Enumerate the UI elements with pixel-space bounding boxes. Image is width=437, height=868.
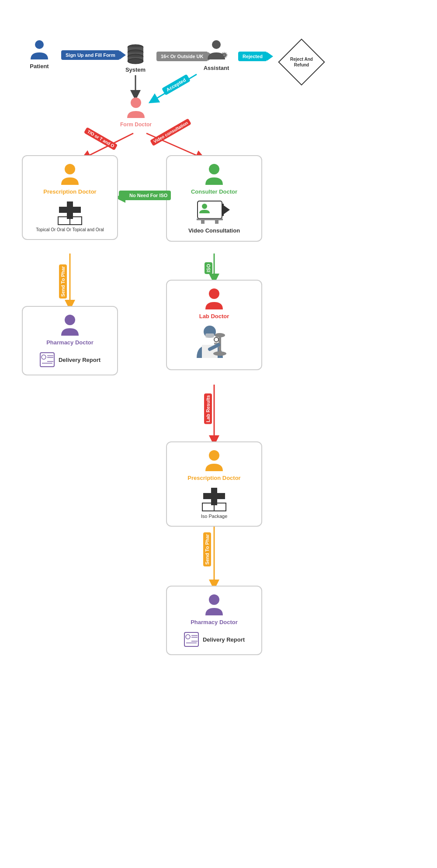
svg-point-28 [131,97,141,108]
patient-label: Patient [30,63,49,69]
svg-rect-31 [59,207,81,213]
rejected-label: Rejected [238,52,267,61]
svg-point-57 [214,337,218,342]
pharmacy-doctor-box-1: Pharmacy Doctor Delivery Report [22,306,118,375]
svg-line-11 [146,133,201,157]
prescription-rx-icon [55,199,85,226]
form-doctor-node: Form Doctor [116,97,156,128]
svg-point-36 [202,204,207,209]
assistant-node: Assistant [199,39,234,71]
prescription-doctor-label-2: Prescription Doctor [187,475,240,481]
assistant-icon-wrapper [206,39,227,63]
no-need-arrowhead-left [122,192,128,199]
reject-diamond: Reject And Refund [278,38,325,85]
system-node: System [118,44,153,73]
rejected-arrow: Rejected [238,52,273,61]
delivery-report-icon-2 [184,632,199,647]
send-to-phar-2-label: Send To Phar [203,532,211,566]
lab-scientist-icon [188,323,240,362]
svg-arrows [0,0,437,868]
pharmacy-doctor-icon-1 [59,314,81,337]
svg-point-29 [65,164,75,174]
patient-icon [29,39,50,61]
svg-point-66 [186,635,190,639]
tio-label: T/O or T and O [84,127,118,151]
svg-rect-37 [197,219,223,220]
prescription-doctor-box-1: Prescription Doctor Topical Or Oral Or T… [22,155,118,240]
svg-point-25 [128,59,143,64]
rejected-arrowhead [267,52,273,61]
delivery-report-row-1: Delivery Report [39,352,101,368]
svg-point-64 [209,594,219,605]
svg-rect-51 [205,333,214,338]
svg-point-49 [209,288,219,299]
topical-oral-label: Topical Or Oral Or Topical and Oral [36,227,104,232]
patient-node: Patient [20,39,59,69]
reject-label: Reject And Refund [286,56,317,68]
delivery-report-icon-1 [39,352,55,368]
svg-rect-43 [40,353,54,367]
no-need-iso-label: No Need For ISO [119,191,171,200]
svg-rect-35 [198,201,222,219]
system-label: System [125,66,146,73]
svg-point-54 [215,333,225,337]
form-doctor-label: Form Doctor [120,122,152,128]
pharmacy-doctor-box-2: Pharmacy Doctor Delivery Report [166,586,262,655]
svg-marker-40 [224,205,230,214]
delivery-report-label-1: Delivery Report [59,357,101,363]
pharmacy-doctor-icon-2 [203,594,225,617]
signup-label: Sign Up and Fill Form [61,50,120,60]
svg-rect-39 [215,220,218,224]
video-consult-arrow-label: Video consultation [150,118,191,146]
svg-rect-38 [201,220,205,224]
prescription-doctor-icon-2 [203,449,225,473]
diagram-container: Patient Sign Up and Fill Form System 16<… [0,0,437,868]
video-consult-icon [197,199,232,226]
prescription-doctor-icon-1 [59,163,81,187]
pharmacy-doctor-label-2: Pharmacy Doctor [191,619,238,625]
svg-point-55 [213,351,226,356]
lab-results-label: Lab Results [204,393,212,424]
gear-icon [220,51,229,59]
iso-label: ISO [205,262,212,274]
consulter-doctor-box: Consulter Doctor Video Consultation [166,155,262,242]
signup-arrow: Sign Up and Fill Form [61,50,126,60]
svg-point-18 [35,40,44,49]
svg-rect-65 [184,632,198,646]
system-icon [126,44,145,65]
prescription-doctor-box-2: Prescription Doctor Iso Package [166,441,262,527]
delivery-report-row-2: Delivery Report [184,632,245,647]
pharmacy-doctor-label-1: Pharmacy Doctor [46,339,94,346]
prescription-doctor-label-1: Prescription Doctor [43,188,96,195]
prescription-rx-icon-2 [199,486,229,512]
svg-point-59 [209,450,219,461]
svg-point-26 [212,40,221,49]
lab-doctor-icon [203,288,225,311]
iso-package-label: Iso Package [201,514,228,519]
delivery-report-label-2: Delivery Report [203,636,245,643]
consulter-doctor-icon [203,163,225,187]
lab-doctor-label: Lab Doctor [199,313,229,319]
assistant-label: Assistant [204,65,229,71]
video-consultation-label: Video Consultation [188,227,240,234]
svg-rect-61 [203,493,225,499]
accepted-label: Accepted [162,74,191,95]
send-to-phar-1-label: Send To Phar [59,264,67,299]
svg-point-34 [209,164,219,174]
consulter-doctor-label: Consulter Doctor [191,188,237,195]
svg-point-44 [42,355,46,359]
reject-refund-node: Reject And Refund [280,40,323,84]
lab-doctor-box: Lab Doctor [166,280,262,370]
svg-point-42 [65,315,75,325]
svg-rect-41 [222,204,224,216]
form-doctor-icon [125,97,147,120]
